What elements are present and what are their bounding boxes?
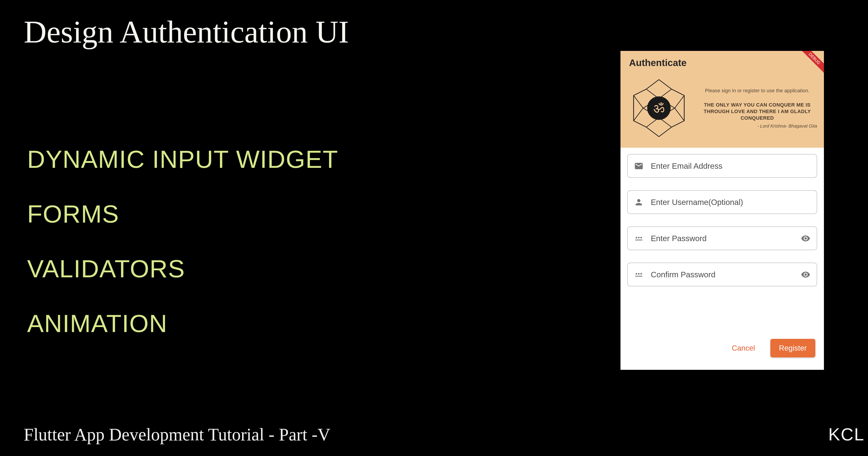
visibility-toggle-icon[interactable]	[801, 270, 810, 279]
bullet-list: DYNAMIC INPUT WIDGET FORMS VALIDATORS AN…	[27, 145, 338, 364]
password-placeholder: Enter Password	[651, 234, 794, 243]
footer-subtitle: Flutter App Development Tutorial - Part …	[24, 424, 330, 445]
username-field[interactable]: Enter Username(Optional)	[627, 190, 817, 214]
confirm-password-field[interactable]: Confirm Password	[627, 263, 817, 286]
bullet-item: DYNAMIC INPUT WIDGET	[27, 145, 338, 173]
om-mandala-icon: ॐ	[627, 77, 690, 140]
form-area: Enter Email Address Enter Username(Optio…	[620, 148, 824, 305]
debug-banner: DEBUG	[796, 51, 824, 77]
password-dots-icon	[634, 270, 644, 279]
hero-quote: THE ONLY WAY YOU CAN CONQUER ME IS THROU…	[698, 102, 817, 121]
hero-banner: ॐ Please sign in or register to use the …	[620, 75, 824, 148]
app-bar: Authenticate DEBUG	[620, 51, 824, 75]
svg-point-6	[636, 273, 637, 275]
bullet-item: ANIMATION	[27, 309, 338, 338]
app-bar-title: Authenticate	[629, 57, 686, 68]
brand-label: KCL	[828, 424, 865, 445]
svg-point-7	[638, 273, 640, 275]
email-placeholder: Enter Email Address	[651, 162, 810, 171]
bullet-item: FORMS	[27, 200, 338, 228]
password-dots-icon	[634, 234, 644, 243]
register-button[interactable]: Register	[770, 339, 815, 358]
svg-point-8	[640, 273, 642, 275]
svg-text:ॐ: ॐ	[653, 101, 664, 115]
svg-point-4	[640, 237, 642, 238]
hero-attribution: - Lord Krishna- Bhagavat Gita	[698, 123, 817, 129]
password-field[interactable]: Enter Password	[627, 226, 817, 250]
confirm-password-placeholder: Confirm Password	[651, 270, 794, 279]
svg-rect-9	[635, 276, 643, 277]
svg-rect-5	[635, 239, 643, 240]
svg-point-3	[638, 237, 640, 238]
button-row: Cancel Register	[725, 339, 815, 358]
bullet-item: VALIDATORS	[27, 254, 338, 283]
phone-mockup: Authenticate DEBUG ॐ Please sign in or r…	[620, 51, 824, 370]
hero-subtitle: Please sign in or register to use the ap…	[698, 88, 817, 94]
username-placeholder: Enter Username(Optional)	[651, 198, 810, 207]
svg-point-2	[636, 237, 637, 238]
visibility-toggle-icon[interactable]	[801, 234, 810, 243]
page-title: Design Authentication UI	[24, 13, 349, 50]
person-icon	[634, 197, 644, 207]
hero-text: Please sign in or register to use the ap…	[698, 88, 817, 129]
email-icon	[634, 161, 644, 171]
email-field[interactable]: Enter Email Address	[627, 154, 817, 178]
cancel-button[interactable]: Cancel	[725, 339, 761, 357]
